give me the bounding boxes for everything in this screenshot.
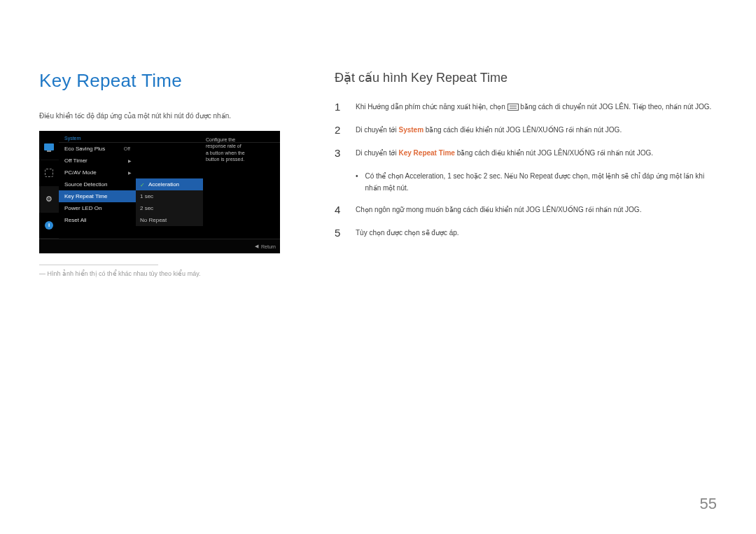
osd-return-bar: ◀ Return <box>39 239 280 253</box>
bullet-note: •Có thể chọn Acceleration, 1 sec hoặc 2 … <box>356 170 717 194</box>
step-item: 3Di chuyển tới Key Repeat Time bằng cách… <box>335 147 717 159</box>
picture-icon <box>39 160 59 186</box>
osd-return-label: Return <box>261 244 276 249</box>
step-item: 1Khi Hướng dẫn phím chức năng xuất hiện,… <box>335 101 717 113</box>
osd-menu-item: Source Detection <box>59 178 136 190</box>
step-number: 5 <box>335 227 344 239</box>
info-icon: i <box>39 213 59 239</box>
step-number: 2 <box>335 124 344 136</box>
osd-option-item: ✓Acceleration <box>136 178 203 190</box>
step-text: Tùy chọn được chọn sẽ được áp. <box>356 227 717 239</box>
osd-option-item: No Repeat <box>136 214 203 226</box>
page-number: 55 <box>700 495 717 513</box>
osd-menu-item: PC/AV Mode▶ <box>59 167 136 178</box>
step-item: 2Di chuyển tới System bằng cách điều khi… <box>335 124 717 136</box>
osd-menu-item: Power LED On <box>59 202 136 214</box>
gear-icon: ⚙ <box>39 187 59 213</box>
osd-menu-item: Key Repeat Time <box>59 190 136 202</box>
step-number: 4 <box>335 204 344 216</box>
step-list: 1Khi Hướng dẫn phím chức năng xuất hiện,… <box>335 101 717 239</box>
osd-left-icons: ⚙ i <box>39 134 59 239</box>
osd-screenshot: ⚙ i System Eco Saving PlusOffOff Timer▶P… <box>39 131 280 253</box>
osd-option-item: 2 sec <box>136 202 203 214</box>
step-number: 1 <box>335 101 344 113</box>
step-number: 3 <box>335 147 344 159</box>
menu-icon <box>507 104 519 111</box>
osd-menu-item: Off Timer▶ <box>59 155 136 167</box>
osd-info-box: Configure theresponse rate ofa button wh… <box>203 134 277 172</box>
step-item: 5Tùy chọn được chọn sẽ được áp. <box>335 227 717 239</box>
monitor-icon <box>39 134 59 160</box>
return-arrow-icon: ◀ <box>255 244 258 249</box>
section-title: Đặt cấu hình Key Repeat Time <box>335 70 717 85</box>
note-text: ― Hình ảnh hiển thị có thể khác nhau tùy… <box>39 269 284 279</box>
osd-menu-item: Reset All <box>59 214 136 226</box>
step-text: Di chuyển tới System bằng cách điều khiể… <box>356 124 717 136</box>
page-title: Key Repeat Time <box>39 70 284 92</box>
divider <box>39 265 158 265</box>
page-description: Điều khiển tốc độ đáp ứng của một nút kh… <box>39 111 284 121</box>
step-text: Chọn ngôn ngữ mong muốn bằng cách điều k… <box>356 204 717 216</box>
osd-menu-item: Eco Saving PlusOff <box>59 143 136 155</box>
osd-option-item: 1 sec <box>136 190 203 202</box>
step-item: 4Chọn ngôn ngữ mong muốn bằng cách điều … <box>335 204 717 216</box>
step-text: Di chuyển tới Key Repeat Time bằng cách … <box>356 147 717 159</box>
step-text: Khi Hướng dẫn phím chức năng xuất hiện, … <box>356 101 717 113</box>
